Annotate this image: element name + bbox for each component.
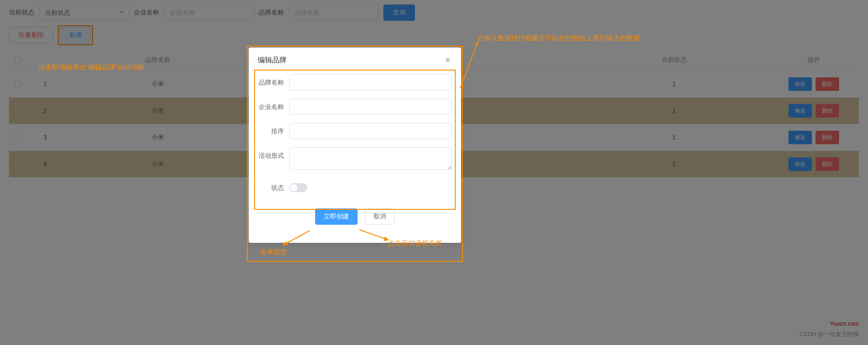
field-label-order: 排序 xyxy=(258,123,289,139)
dialog-activity-textarea[interactable] xyxy=(289,147,452,170)
field-label-brand: 品牌名称 xyxy=(258,74,289,90)
close-icon[interactable]: ✕ xyxy=(445,57,452,64)
field-label-activity: 活动形式 xyxy=(258,147,289,164)
dialog-company-input[interactable] xyxy=(289,99,452,115)
cancel-button[interactable]: 取消 xyxy=(365,208,395,225)
dialog-title: 编辑品牌 xyxy=(258,56,287,65)
field-label-status: 状态 xyxy=(258,180,289,196)
dialog-brand-input[interactable] xyxy=(289,74,452,90)
submit-button[interactable]: 立即创建 xyxy=(315,208,358,225)
dialog-status-switch[interactable] xyxy=(289,183,307,192)
dialog-order-input[interactable] xyxy=(289,123,452,139)
field-label-company: 企业名称 xyxy=(258,99,289,115)
edit-brand-dialog: 编辑品牌 ✕ 品牌名称 企业名称 排序 活动形式 状态 立即创建 取消 xyxy=(249,47,461,243)
